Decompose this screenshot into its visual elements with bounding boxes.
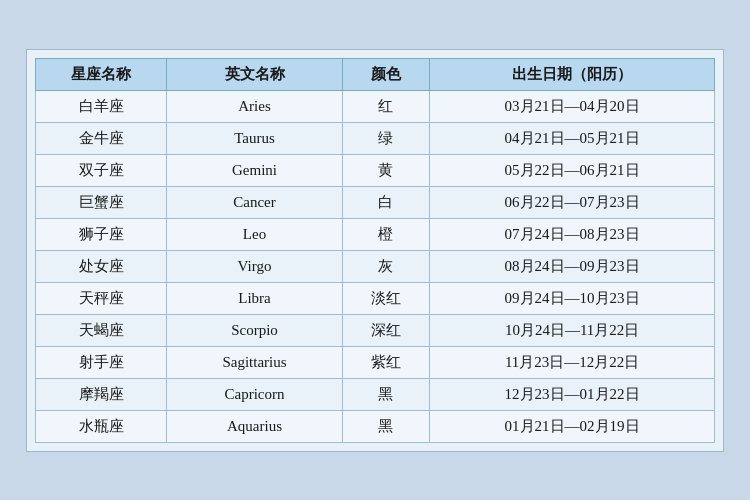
cell-color: 黑 [342, 410, 430, 442]
cell-color: 紫红 [342, 346, 430, 378]
cell-date: 04月21日—05月21日 [430, 122, 715, 154]
cell-date: 03月21日—04月20日 [430, 90, 715, 122]
table-row: 金牛座Taurus绿04月21日—05月21日 [36, 122, 715, 154]
cell-chinese: 处女座 [36, 250, 167, 282]
cell-date: 12月23日—01月22日 [430, 378, 715, 410]
cell-english: Virgo [167, 250, 342, 282]
table-row: 白羊座Aries红03月21日—04月20日 [36, 90, 715, 122]
cell-color: 白 [342, 186, 430, 218]
table-row: 射手座Sagittarius紫红11月23日—12月22日 [36, 346, 715, 378]
cell-chinese: 射手座 [36, 346, 167, 378]
cell-chinese: 双子座 [36, 154, 167, 186]
cell-color: 淡红 [342, 282, 430, 314]
zodiac-table-container: 星座名称 英文名称 颜色 出生日期（阳历） 白羊座Aries红03月21日—04… [26, 49, 724, 452]
cell-english: Taurus [167, 122, 342, 154]
cell-date: 08月24日—09月23日 [430, 250, 715, 282]
cell-date: 07月24日—08月23日 [430, 218, 715, 250]
cell-english: Capricorn [167, 378, 342, 410]
cell-english: Aries [167, 90, 342, 122]
cell-date: 09月24日—10月23日 [430, 282, 715, 314]
table-row: 巨蟹座Cancer白06月22日—07月23日 [36, 186, 715, 218]
cell-english: Gemini [167, 154, 342, 186]
cell-chinese: 狮子座 [36, 218, 167, 250]
cell-color: 绿 [342, 122, 430, 154]
cell-chinese: 天蝎座 [36, 314, 167, 346]
cell-chinese: 摩羯座 [36, 378, 167, 410]
cell-english: Leo [167, 218, 342, 250]
cell-english: Aquarius [167, 410, 342, 442]
cell-color: 红 [342, 90, 430, 122]
table-header-row: 星座名称 英文名称 颜色 出生日期（阳历） [36, 58, 715, 90]
cell-chinese: 水瓶座 [36, 410, 167, 442]
table-row: 摩羯座Capricorn黑12月23日—01月22日 [36, 378, 715, 410]
cell-english: Sagittarius [167, 346, 342, 378]
cell-date: 01月21日—02月19日 [430, 410, 715, 442]
cell-color: 深红 [342, 314, 430, 346]
cell-date: 06月22日—07月23日 [430, 186, 715, 218]
cell-date: 11月23日—12月22日 [430, 346, 715, 378]
zodiac-table: 星座名称 英文名称 颜色 出生日期（阳历） 白羊座Aries红03月21日—04… [35, 58, 715, 443]
header-chinese-name: 星座名称 [36, 58, 167, 90]
cell-english: Libra [167, 282, 342, 314]
cell-color: 橙 [342, 218, 430, 250]
cell-english: Cancer [167, 186, 342, 218]
table-row: 双子座Gemini黄05月22日—06月21日 [36, 154, 715, 186]
cell-chinese: 巨蟹座 [36, 186, 167, 218]
cell-english: Scorpio [167, 314, 342, 346]
table-row: 天蝎座Scorpio深红10月24日—11月22日 [36, 314, 715, 346]
table-row: 处女座Virgo灰08月24日—09月23日 [36, 250, 715, 282]
header-date: 出生日期（阳历） [430, 58, 715, 90]
table-body: 白羊座Aries红03月21日—04月20日金牛座Taurus绿04月21日—0… [36, 90, 715, 442]
header-english-name: 英文名称 [167, 58, 342, 90]
cell-chinese: 金牛座 [36, 122, 167, 154]
table-row: 狮子座Leo橙07月24日—08月23日 [36, 218, 715, 250]
table-row: 天秤座Libra淡红09月24日—10月23日 [36, 282, 715, 314]
cell-date: 05月22日—06月21日 [430, 154, 715, 186]
cell-date: 10月24日—11月22日 [430, 314, 715, 346]
cell-color: 黄 [342, 154, 430, 186]
cell-color: 灰 [342, 250, 430, 282]
table-row: 水瓶座Aquarius黑01月21日—02月19日 [36, 410, 715, 442]
header-color: 颜色 [342, 58, 430, 90]
cell-color: 黑 [342, 378, 430, 410]
cell-chinese: 天秤座 [36, 282, 167, 314]
cell-chinese: 白羊座 [36, 90, 167, 122]
